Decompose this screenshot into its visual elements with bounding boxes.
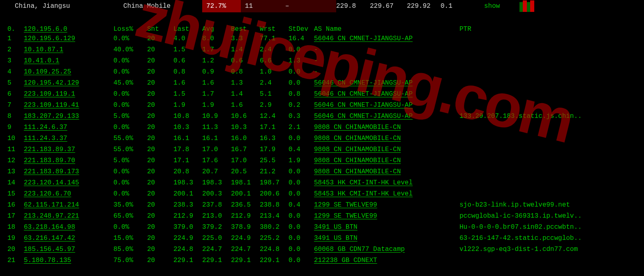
hop-snt: 20 — [147, 35, 173, 42]
hop-number: 19 — [7, 235, 24, 242]
hop-asname: 60068 GB CDN77 Datacamp — [314, 246, 459, 253]
hop-last: 17.1 — [173, 157, 202, 164]
hop-wrst: 12.4 — [260, 113, 289, 120]
as-link[interactable]: 56046 CN CMNET-JIANGSU-AP — [314, 90, 413, 98]
hop-number: 15 — [7, 190, 24, 198]
hop-loss: 0.0% — [113, 223, 147, 231]
hop-stdev: 1.9 — [289, 157, 314, 164]
table-row: 13221.183.89.1730.0%2020.820.720.521.20.… — [0, 166, 644, 177]
header-ip[interactable]: 120.195.6.0 — [24, 25, 67, 33]
hop-asname: 9808 CN CHINAMOBILE-CN — [314, 146, 459, 153]
hop-ip-link[interactable]: 223.120.14.145 — [24, 179, 79, 186]
as-link[interactable]: 3491 US BTN — [314, 235, 358, 242]
table-row: 1863.218.164.980.0%20379.0379.2378.9380.… — [0, 221, 644, 232]
hop-stdev: 2.1 — [289, 124, 314, 131]
hop-snt: 20 — [147, 223, 173, 231]
hop-stdev: 0.8 — [289, 90, 314, 98]
hop-loss: 0.0% — [113, 179, 147, 186]
hop-asname: 56046 CN CMNET-JIANGSU-AP — [314, 113, 459, 120]
hop-asname: 1299 SE TWELVE99 — [314, 201, 459, 209]
table-row: 11221.183.89.3755.0%2017.817.016.717.90.… — [0, 144, 644, 155]
hop-snt: 20 — [147, 68, 173, 76]
hop-asname: 9808 CN CHINAMOBILE-CN — [314, 124, 459, 131]
table-row: 410.109.25.250.0%200.80.90.81.00.0- — [0, 66, 644, 77]
table-row: 12221.183.89.705.0%2017.117.617.025.51.9… — [0, 155, 644, 166]
as-link[interactable]: 3491 US BTN — [314, 223, 358, 231]
hop-ip-link[interactable]: 63.216.147.42 — [24, 235, 75, 242]
as-link[interactable]: 1299 SE TWELVE99 — [314, 201, 377, 209]
hop-loss: 5.0% — [113, 113, 147, 120]
hop-last: 1.9 — [173, 101, 202, 109]
as-link[interactable]: 58453 HK CMI-INT-HK Level — [314, 179, 413, 186]
hop-snt: 20 — [147, 57, 173, 64]
hop-ip-link[interactable]: 5.180.78.135 — [24, 257, 71, 264]
hop-wrst: 213.4 — [260, 212, 289, 220]
hop-ip-link[interactable]: 120.195.6.129 — [24, 35, 75, 42]
hop-best: 3.3 — [231, 35, 260, 42]
hop-number: 14 — [7, 179, 24, 186]
hop-stdev: 0.0 — [289, 235, 314, 242]
table-row: 14223.120.14.1450.0%20198.3198.3198.1198… — [0, 177, 644, 188]
hop-last: 0.6 — [173, 57, 202, 64]
as-link[interactable]: 9808 CN CHINAMOBILE-CN — [314, 168, 401, 175]
hop-ip-link[interactable]: 223.109.119.41 — [24, 101, 79, 109]
hop-best: 198.1 — [231, 179, 260, 186]
hop-last: 224.9 — [173, 235, 202, 242]
hop-stdev: 0.4 — [289, 201, 314, 209]
hop-number: 9 — [7, 124, 24, 131]
hop-ip-link[interactable]: 223.120.6.70 — [24, 190, 71, 198]
hop-ip-link[interactable]: 183.207.29.133 — [24, 113, 79, 120]
table-row: 20185.156.45.9785.0%20224.8224.7224.7224… — [0, 244, 644, 255]
header-last: Last — [173, 25, 202, 33]
as-link[interactable]: 1299 SE TWELVE99 — [314, 212, 377, 220]
hop-stdev: 0.4 — [289, 146, 314, 153]
hop-ip-link[interactable]: 10.10.87.1 — [24, 46, 63, 53]
hop-stdev: 0.0 — [289, 223, 314, 231]
hop-ip-link[interactable]: 111.24.3.37 — [24, 135, 67, 142]
hop-ip-link[interactable]: 10.109.25.25 — [24, 68, 71, 76]
as-link[interactable]: 58453 HK CMI-INT-HK Level — [314, 190, 413, 198]
hop-ip-link[interactable]: 63.218.164.98 — [24, 223, 75, 231]
as-link[interactable]: 9808 CN CHINAMOBILE-CN — [314, 124, 401, 131]
hop-best: 229.1 — [231, 257, 260, 264]
hop-ip-link[interactable]: 62.115.171.214 — [24, 201, 79, 209]
as-link[interactable]: 9808 CN CHINAMOBILE-CN — [314, 157, 401, 164]
hop-ip-link[interactable]: 221.183.89.173 — [24, 168, 79, 175]
hop-ip-link[interactable]: 10.41.0.1 — [24, 57, 59, 64]
table-row: 6223.109.119.10.0%201.51.71.45.10.856046… — [0, 88, 644, 99]
hop-asname: 212238 GB CDNEXT — [314, 257, 459, 264]
hop-loss: 65.0% — [113, 212, 147, 220]
hop-ip-link[interactable]: 120.195.42.129 — [24, 79, 79, 87]
as-link[interactable]: 56046 CN CMNET-JIANGSU-AP — [314, 113, 413, 120]
as-link[interactable]: 56046 CN CMNET-JIANGSU-AP — [314, 79, 413, 87]
hop-asname: - — [314, 57, 459, 64]
hop-number: 5 — [7, 79, 24, 87]
as-link[interactable]: 9808 CN CHINAMOBILE-CN — [314, 146, 401, 153]
hop-number: 21 — [7, 257, 24, 264]
hop-wrst: 25.5 — [260, 157, 289, 164]
hop-last: 1.5 — [173, 46, 202, 53]
as-link[interactable]: 9808 CN CHINAMOBILE-CN — [314, 135, 401, 142]
hop-ip-link[interactable]: 185.156.45.97 — [24, 246, 75, 253]
hop-ip-link[interactable]: 111.24.6.37 — [24, 124, 67, 131]
hop-number: 10 — [7, 135, 24, 142]
show-button[interactable]: show — [484, 2, 519, 10]
hop-best: 378.9 — [231, 223, 260, 231]
hop-number: 16 — [7, 201, 24, 209]
hop-best: 1.4 — [231, 90, 260, 98]
hop-asname: 56046 CN CMNET-JIANGSU-AP — [314, 101, 459, 109]
hop-asname: 58453 HK CMI-INT-HK Level — [314, 190, 459, 198]
hop-ip-link[interactable]: 221.183.89.70 — [24, 157, 75, 164]
hop-avg: 1.7 — [202, 90, 231, 98]
as-link[interactable]: 56046 CN CMNET-JIANGSU-AP — [314, 35, 413, 42]
hop-last: 4.0 — [173, 35, 202, 42]
table-row: 5120.195.42.12945.0%201.61.61.32.40.0560… — [0, 77, 644, 88]
as-link[interactable]: 60068 GB CDN77 Datacamp — [314, 246, 405, 253]
as-link[interactable]: 212238 GB CDNEXT — [314, 257, 377, 264]
hop-ip-link[interactable]: 223.109.119.1 — [24, 90, 75, 98]
hop-ip-link[interactable]: 213.248.97.221 — [24, 212, 79, 220]
as-link[interactable]: 56046 CN CMNET-JIANGSU-AP — [314, 101, 413, 109]
location-label: China, Jiangsu — [15, 2, 123, 10]
hop-ip-link[interactable]: 221.183.89.37 — [24, 146, 75, 153]
hop-stdev: 0.0 — [289, 212, 314, 220]
